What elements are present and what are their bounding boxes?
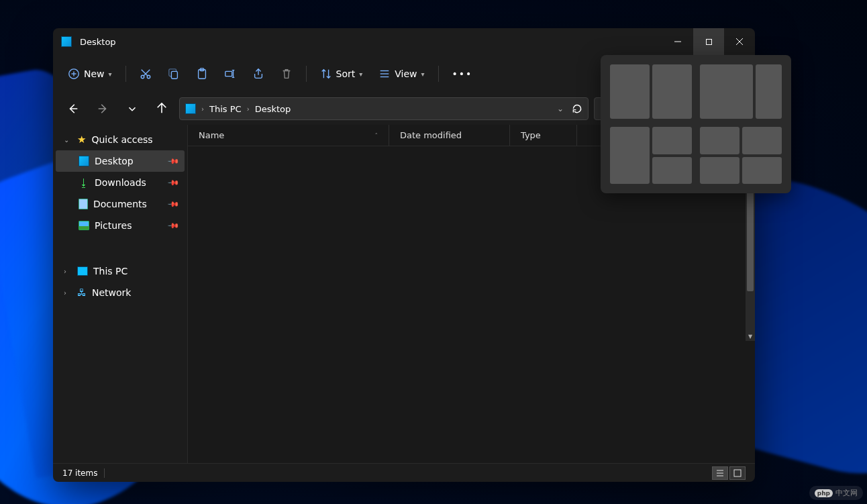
sidebar-item-documents[interactable]: Documents 📌 [56,193,185,215]
snap-zone[interactable] [652,157,692,185]
file-list[interactable]: ▲ ▼ [188,146,755,463]
chevron-down-icon: ⌄ [64,136,72,144]
pin-icon: 📌 [166,176,179,189]
pin-icon: 📌 [166,219,179,232]
snap-zone[interactable] [652,64,692,119]
recent-button[interactable] [120,97,144,121]
forward-button[interactable] [91,97,115,121]
column-date[interactable]: Date modified [389,125,510,146]
sidebar-this-pc[interactable]: › This PC [56,260,185,282]
sort-button[interactable]: Sort ▾ [313,62,370,86]
download-icon: ⭳ [79,177,89,189]
view-button[interactable]: View ▾ [372,62,431,86]
breadcrumb-root[interactable]: This PC [209,104,242,114]
sort-icon [320,68,332,80]
snap-layout-grid-4 [700,127,782,184]
desktop-icon [185,103,196,114]
chevron-down-icon: ▾ [421,70,425,78]
sidebar-item-desktop[interactable]: Desktop 📌 [56,150,185,172]
chevron-down-icon: ▾ [109,70,112,78]
chevron-right-icon: › [201,105,204,113]
separator [438,66,439,82]
copy-button[interactable] [161,62,187,86]
sidebar-item-downloads[interactable]: ⭳ Downloads 📌 [56,172,185,193]
copy-icon [168,68,180,80]
cut-button[interactable] [133,62,158,86]
close-icon [735,38,744,46]
arrow-right-icon [97,103,109,115]
share-icon [252,68,264,80]
separator [104,468,105,478]
paste-button[interactable] [189,62,215,86]
window-title: Desktop [80,37,662,47]
delete-button[interactable] [274,62,299,86]
details-view-button[interactable] [712,466,728,480]
svg-rect-1 [706,39,711,44]
snap-zone[interactable] [756,64,782,119]
window-controls [662,28,755,55]
rename-icon [224,68,236,80]
close-button[interactable] [724,28,755,55]
sidebar-item-pictures[interactable]: Pictures 📌 [56,215,185,236]
column-date-label: Date modified [400,130,462,140]
paste-icon [196,68,208,80]
sort-label: Sort [336,68,356,79]
snap-zone[interactable] [700,64,753,119]
snap-layout-split-2 [610,64,692,119]
ellipsis-icon: ••• [452,68,473,79]
scroll-down-icon[interactable]: ▼ [746,332,755,341]
svg-point-8 [147,75,150,79]
arrow-up-icon [156,103,168,115]
address-bar[interactable]: › This PC › Desktop ⌄ [179,97,589,120]
this-pc-label: This PC [93,266,128,276]
sidebar-item-label: Desktop [95,156,134,166]
trash-icon [280,68,293,80]
navigation-pane: ⌄ ★ Quick access Desktop 📌 ⭳ Downloads 📌… [53,125,187,463]
watermark-text: 中文网 [835,488,858,498]
plus-circle-icon [68,68,80,80]
sidebar-quick-access[interactable]: ⌄ ★ Quick access [56,129,185,150]
column-type[interactable]: Type [510,125,577,146]
rename-button[interactable] [217,62,243,86]
share-button[interactable] [246,62,271,86]
chevron-right-icon: › [247,105,250,113]
snap-zone[interactable] [610,127,650,184]
back-button[interactable] [61,97,85,121]
thumbnails-view-button[interactable] [729,466,746,480]
watermark-brand: php [815,489,833,497]
chevron-down-icon [126,103,138,115]
view-toggle [712,466,746,480]
pin-icon: 📌 [166,154,179,167]
picture-icon [79,221,89,230]
star-icon: ★ [77,134,86,146]
up-button[interactable] [150,97,174,121]
refresh-icon[interactable] [572,103,582,114]
watermark: php 中文网 [809,486,863,500]
maximize-button[interactable] [693,28,724,55]
snap-zone[interactable] [610,64,650,119]
more-button[interactable]: ••• [446,62,480,86]
titlebar[interactable]: Desktop [53,28,755,55]
minimize-button[interactable] [662,28,693,55]
chevron-right-icon: › [64,289,72,297]
snap-zone[interactable] [742,127,782,154]
minimize-icon [674,38,682,46]
grid-icon [733,469,742,477]
maximize-icon [705,38,713,46]
snap-zone[interactable] [700,127,740,154]
snap-zone[interactable] [700,157,740,185]
column-name[interactable]: Name ˄ [188,125,389,146]
breadcrumb-current[interactable]: Desktop [255,104,291,114]
sidebar-item-label: Pictures [95,220,132,231]
item-count: 17 items [62,468,97,478]
snap-layout-split-2-wide [700,64,782,119]
new-button[interactable]: New ▾ [61,62,119,86]
sidebar-network[interactable]: › 🖧 Network [56,282,185,303]
chevron-right-icon: › [64,268,72,275]
chevron-down-icon: ▾ [359,70,362,78]
sort-indicator-icon: ˄ [375,132,378,139]
column-name-label: Name [199,130,224,140]
snap-zone[interactable] [742,157,782,185]
chevron-down-icon[interactable]: ⌄ [557,104,564,113]
snap-zone[interactable] [652,127,692,154]
